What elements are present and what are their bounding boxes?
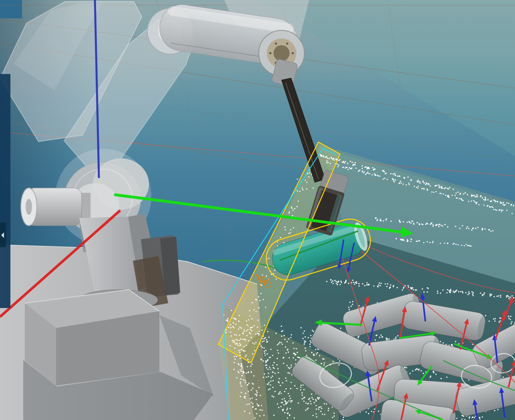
left-edge-panel-strip	[0, 74, 10, 308]
flange-bolt	[286, 42, 288, 45]
flange-bolt	[292, 52, 294, 54]
background-corner-patch	[0, 0, 22, 18]
robot-wrist-flange-hub	[274, 45, 290, 61]
3d-viewport[interactable]	[0, 0, 515, 420]
shoulder-motor-hub	[26, 199, 32, 215]
panel-collapse-handle[interactable]	[0, 222, 6, 247]
scene-canvas	[0, 0, 515, 420]
flange-bolt	[275, 42, 277, 45]
flange-bolt	[269, 52, 272, 54]
